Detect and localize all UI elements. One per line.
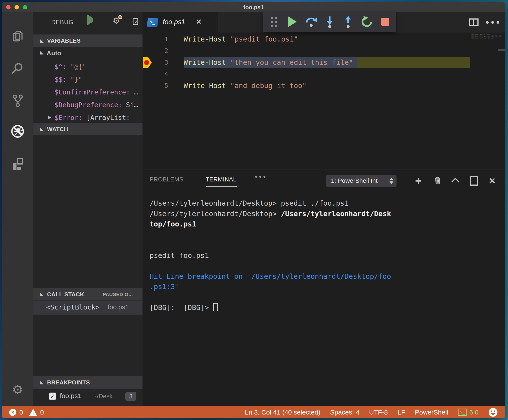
code-line[interactable]: 2 (142, 45, 505, 57)
code-line[interactable]: 5Write-Host "and debug it too" (142, 80, 505, 92)
line-number: 2 (142, 45, 168, 57)
line-number: 3 (142, 57, 168, 68)
editor-group: >_ foo.ps1 × 1Write-Host "psedit foo.ps1… (142, 12, 505, 406)
code-text: Write-Host "psedit foo.ps1" (184, 33, 298, 45)
select-arrows-icon (389, 178, 393, 184)
cursor-position[interactable]: Ln 3, Col 41 (40 selected) (245, 409, 321, 416)
collapse-triangle-icon (40, 39, 44, 43)
debug-sidebar-header: DEBUG ⚙ > (33, 12, 142, 33)
close-panel-icon[interactable]: × (489, 175, 495, 186)
editor-more-actions-icon[interactable] (486, 21, 499, 24)
terminal-line: Hit Line breakpoint on '/Users/tylerleon… (149, 271, 501, 282)
code-text: Write-Host "then you can edit this file" (184, 57, 353, 68)
step-out-button[interactable] (341, 15, 355, 29)
breakpoint-line-badge: 3 (125, 392, 136, 401)
collapse-triangle-icon (40, 381, 44, 384)
powershell-terminal-icon: >_ (458, 409, 467, 416)
variables-scope-auto[interactable]: Auto (33, 47, 142, 59)
kill-terminal-icon[interactable] (433, 175, 442, 186)
terminal-select[interactable]: 1: PowerShell Int (326, 175, 396, 187)
debug-icon[interactable] (11, 124, 25, 138)
extensions-icon[interactable] (11, 157, 25, 171)
window-title: foo.ps1 (2, 2, 505, 12)
terminal-line (149, 261, 501, 271)
restart-button[interactable] (360, 15, 374, 29)
grip-dots-icon (271, 17, 277, 27)
code-line[interactable]: 3Write-Host "then you can edit this file… (142, 57, 505, 68)
continue-button[interactable] (286, 15, 299, 29)
configure-gear-icon[interactable]: ⚙ (112, 17, 120, 25)
variable-value: Si… (126, 101, 138, 109)
start-debug-icon[interactable] (87, 18, 93, 22)
eol[interactable]: LF (398, 409, 405, 416)
variable-value: "@{" (70, 63, 86, 71)
line-number: 5 (142, 80, 168, 92)
indentation[interactable]: Spaces: 4 (330, 409, 359, 416)
call-stack-section-header[interactable]: CALL STACK PAUSED O... (33, 288, 142, 301)
call-stack-frame-row[interactable]: <ScriptBlock> foo.ps1 (33, 301, 142, 315)
variable-name: $$: (54, 76, 70, 83)
variables-section-header[interactable]: VARIABLES (33, 35, 142, 47)
source-control-icon[interactable] (11, 94, 25, 108)
warnings-count[interactable]: 0 (40, 409, 44, 416)
variable-name: $DebugPreference: (54, 101, 126, 109)
tab-close-icon[interactable]: × (196, 17, 201, 27)
split-terminal-icon[interactable] (470, 176, 478, 186)
tab-foo-ps1[interactable]: >_ foo.ps1 × (142, 12, 218, 33)
toolbar-drag-handle[interactable] (267, 15, 281, 29)
powershell-file-icon: >_ (147, 18, 158, 27)
terminal-line: .ps1:3' (149, 282, 501, 292)
breakpoints-section-header[interactable]: BREAKPOINTS (33, 376, 142, 389)
new-terminal-icon[interactable]: + (415, 175, 422, 187)
debug-toolbar (263, 12, 396, 32)
breakpoint-checkbox[interactable]: ✓ (49, 392, 56, 400)
variable-value: [ArrayList: (86, 114, 130, 122)
settings-gear-icon[interactable]: ⚙ (11, 383, 25, 397)
tab-terminal[interactable]: TERMINAL (206, 176, 237, 187)
terminal-line (149, 230, 501, 240)
panel-more-tabs-icon[interactable] (255, 176, 265, 178)
variable-name: $ConfirmPreference: (54, 88, 134, 96)
split-editor-icon[interactable] (469, 18, 478, 26)
terminal-line (149, 292, 501, 303)
language-mode[interactable]: PowerShell (415, 409, 448, 416)
title-bar: foo.ps1 (2, 2, 505, 12)
encoding[interactable]: UTF-8 (369, 409, 388, 416)
feedback-smiley-icon[interactable] (488, 407, 498, 417)
code-editor[interactable]: 1Write-Host "psedit foo.ps1"23Write-Host… (142, 33, 505, 170)
watch-section-header[interactable]: WATCH (33, 123, 142, 135)
collapse-triangle-icon (40, 51, 44, 54)
step-into-button[interactable] (323, 15, 336, 29)
status-bar: × 0 ! 0 Ln 3, Col 41 (40 selected) Space… (2, 406, 505, 418)
variable-row[interactable]: $Error: [ArrayList: (33, 112, 142, 123)
expand-chevron-icon[interactable] (48, 116, 51, 119)
variable-row[interactable]: $DebugPreference: Si… (33, 99, 142, 112)
maximize-panel-icon[interactable] (451, 178, 459, 186)
collapse-triangle-icon (40, 128, 44, 131)
powershell-version[interactable]: >_ 6.0 (458, 409, 478, 416)
variable-row[interactable]: $^: "@{" (33, 61, 142, 73)
line-number: 1 (142, 33, 168, 45)
code-line[interactable]: 4 (142, 68, 505, 80)
stop-button[interactable] (379, 15, 392, 29)
debug-sidebar: DEBUG ⚙ > VARIABLES Auto $^: "@{"$$: "}"… (33, 12, 142, 406)
errors-count[interactable]: 0 (19, 409, 23, 416)
line-number: 4 (142, 68, 168, 80)
warnings-icon[interactable]: ! (29, 409, 37, 416)
errors-icon[interactable]: × (9, 409, 16, 416)
breakpoint-row[interactable]: ✓ foo.ps1 ~/Desk.. 3 (33, 390, 142, 404)
search-icon[interactable] (11, 61, 25, 75)
terminal-cursor (213, 303, 218, 311)
desktop-background: foo.ps1 (0, 0, 508, 420)
terminal-line (149, 240, 501, 250)
code-line[interactable]: 1Write-Host "psedit foo.ps1" (142, 33, 505, 45)
terminal-output[interactable]: /Users/tylerleonhardt/Desktop> psedit ./… (149, 198, 501, 313)
variable-row[interactable]: $ConfirmPreference: … (33, 87, 142, 99)
explorer-icon[interactable] (11, 29, 25, 43)
terminal-line: [DBG]: [DBG]> (149, 303, 501, 313)
debug-console-icon[interactable]: > (133, 18, 138, 25)
variable-row[interactable]: $$: "}" (33, 74, 142, 86)
terminal-line: /Users/tylerleonhardt/Desktop> psedit ./… (149, 198, 501, 209)
step-over-button[interactable] (304, 15, 318, 29)
tab-problems[interactable]: PROBLEMS (149, 176, 183, 183)
